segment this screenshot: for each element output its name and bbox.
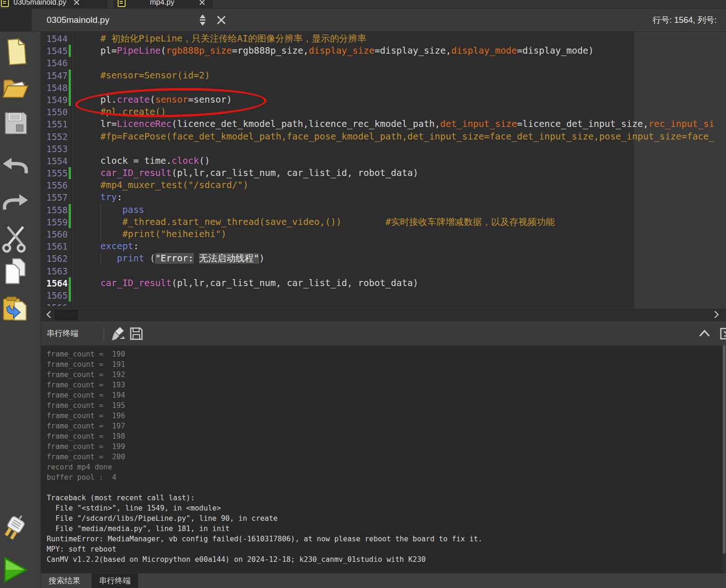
- gutter-spacer: [69, 228, 71, 240]
- code-text: [72, 289, 78, 301]
- code-line: 1564 car_ID_result(pl,lr,car_list_num, c…: [41, 277, 726, 289]
- save-icon: [129, 326, 144, 341]
- close-document-icon[interactable]: [216, 14, 227, 28]
- changed-line-marker: [69, 204, 71, 216]
- code-line: 1565: [41, 289, 726, 301]
- line-number: 1546: [41, 57, 68, 69]
- code-line: 1560 #print("heiheiehi"): [41, 228, 726, 240]
- code-line: 1561 except:: [41, 240, 726, 252]
- clear-terminal-button[interactable]: [111, 326, 126, 341]
- changed-line-marker: [69, 216, 71, 228]
- terminal-line: frame_count = 197: [47, 421, 726, 431]
- gutter-spacer: [69, 265, 71, 277]
- gutter-spacer: [69, 57, 71, 69]
- scroll-right-icon[interactable]: [712, 310, 720, 321]
- scroll-left-icon[interactable]: [45, 310, 53, 321]
- code-line: 1558 pass: [41, 204, 726, 216]
- redo-icon: [1, 190, 30, 219]
- gutter-spacer: [69, 252, 71, 265]
- terminal-line: File "<stdin>", line 1549, in <module>: [47, 503, 726, 513]
- ide-window: 0305mainold.py mp4.py 0305mainold.py 行号:…: [0, 0, 726, 588]
- python-file-icon: [118, 0, 126, 7]
- terminal-line: frame_count = 192: [47, 370, 726, 380]
- line-number: 1556: [41, 179, 68, 191]
- horizontal-scrollbar[interactable]: [41, 308, 726, 321]
- code-text: #mp4_muxer_test("/sdcard/"): [72, 179, 248, 191]
- document-switcher-icon[interactable]: [199, 14, 206, 28]
- code-line: 1548: [41, 82, 726, 94]
- line-number: 1560: [41, 228, 68, 240]
- code-text: pl.create(sensor=sensor): [72, 94, 232, 106]
- chevron-up-icon: [697, 326, 712, 341]
- copy-button[interactable]: [1, 257, 30, 286]
- changed-line-marker: [69, 45, 71, 57]
- gutter-spacer: [69, 191, 71, 203]
- undo-button[interactable]: [1, 154, 30, 183]
- code-text: [72, 143, 78, 155]
- collapse-panel-button[interactable]: [697, 326, 712, 341]
- code-line: 1563: [41, 265, 726, 277]
- tab-close-icon[interactable]: [73, 0, 80, 6]
- tab-0305mainold[interactable]: 0305mainold.py: [7, 0, 107, 8]
- code-text: except:: [72, 240, 139, 252]
- code-line: 1559 #_thread.start_new_thread(save_vide…: [41, 216, 726, 228]
- file-tab-strip: 0305mainold.py mp4.py: [0, 0, 726, 8]
- code-text: [72, 82, 78, 94]
- open-document-title[interactable]: 0305mainold.py: [47, 9, 109, 31]
- paste-button[interactable]: [1, 295, 30, 324]
- terminal-line: Traceback (most recent call last):: [47, 493, 726, 503]
- terminal-line: frame_count = 199: [47, 441, 726, 452]
- open-file-icon: [1, 72, 30, 101]
- line-number: 1551: [41, 118, 68, 130]
- line-number: 1564: [41, 277, 68, 289]
- code-text: #print("heiheiehi"): [72, 228, 226, 240]
- code-text: # 初始化PipeLine，只关注传给AI的图像分辨率，显示的分辨率: [72, 33, 367, 45]
- line-number: 1549: [41, 94, 68, 106]
- tab-search-results[interactable]: 搜索结果: [41, 574, 88, 588]
- gutter-spacer: [69, 118, 71, 130]
- gutter-spacer: [69, 179, 71, 191]
- terminal-line: frame_count = 193: [47, 380, 726, 390]
- save-terminal-log-button[interactable]: [129, 326, 144, 341]
- line-number: 1550: [41, 106, 68, 118]
- run-script-button[interactable]: [1, 555, 30, 584]
- code-text: pass: [72, 204, 144, 216]
- horizontal-scrollbar-thumb[interactable]: [55, 310, 78, 320]
- corner-spacer: [0, 9, 32, 31]
- terminal-scrollbar-thumb[interactable]: [723, 345, 726, 553]
- redo-button[interactable]: [1, 190, 30, 219]
- terminal-line: buffer pool : 4: [47, 472, 726, 483]
- tab-close-icon[interactable]: [198, 0, 206, 6]
- open-file-button[interactable]: [1, 72, 30, 101]
- tab-mp4[interactable]: mp4.py: [114, 0, 213, 8]
- connect-board-button[interactable]: [1, 516, 30, 545]
- gutter-spacer: [69, 240, 71, 252]
- code-line: 1551 lr=LicenceRec(licence_det_kmodel_pa…: [41, 118, 726, 130]
- cut-button[interactable]: [1, 225, 30, 254]
- line-number: 1559: [41, 216, 68, 228]
- changed-line-marker: [69, 94, 71, 106]
- tab-serial-terminal[interactable]: 串行终端: [92, 574, 138, 588]
- tab-label: mp4.py: [150, 0, 174, 7]
- code-text: clock = time.clock(): [72, 155, 210, 167]
- line-number: 1544: [41, 33, 68, 45]
- save-file-button[interactable]: [1, 108, 30, 137]
- run-script-icon: [1, 555, 30, 584]
- code-line: 1544 # 初始化PipeLine，只关注传给AI的图像分辨率，显示的分辨率: [41, 33, 726, 45]
- gutter-spacer: [69, 33, 71, 45]
- code-text: car_ID_result(pl,lr,car_list_num, car_li…: [72, 167, 418, 179]
- changed-line-marker: [69, 289, 71, 301]
- cut-icon: [1, 225, 30, 254]
- terminal-vertical-scrollbar[interactable]: [722, 345, 726, 573]
- detach-panel-button[interactable]: [719, 326, 726, 341]
- terminal-line: frame_count = 196: [47, 411, 726, 421]
- copy-icon: [1, 257, 30, 286]
- line-number: 1562: [41, 252, 68, 265]
- terminal-body[interactable]: frame_count = 190frame_count = 191frame_…: [41, 345, 726, 573]
- new-file-button[interactable]: [1, 37, 30, 66]
- code-line: 1550 #pl.create(): [41, 106, 726, 118]
- code-editor[interactable]: 1544 # 初始化PipeLine，只关注传给AI的图像分辨率，显示的分辨率1…: [41, 32, 726, 308]
- terminal-line: frame_count = 198: [47, 431, 726, 441]
- line-number: 1563: [41, 265, 68, 277]
- changed-line-marker: [69, 82, 71, 94]
